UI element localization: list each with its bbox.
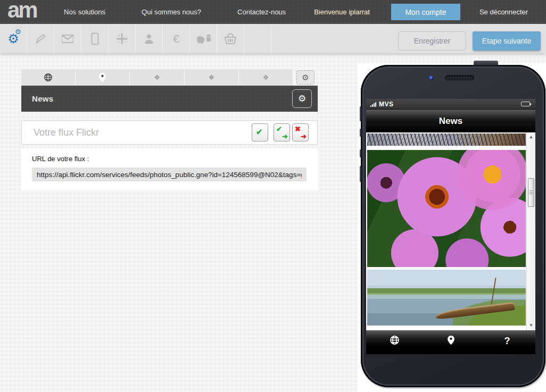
toolbar-spacer-cell	[244, 24, 271, 53]
news-feed: ▲ ▼	[366, 132, 535, 330]
feed-scrollbar[interactable]: ▲ ▼	[526, 132, 535, 330]
screen-header: News	[366, 110, 535, 132]
welcome-text: Bienvenue iplarrat	[314, 8, 370, 16]
phone-nav-globe[interactable]	[378, 335, 410, 347]
flux-title-bar: ✔ ✔ ➜ ✖ ➜	[21, 120, 318, 145]
url-label: URL de votre flux :	[32, 155, 307, 163]
widget-icon: ❖	[154, 73, 160, 81]
tabbar-settings-cell: ⚙	[293, 69, 318, 86]
screen-footer-strip	[366, 352, 535, 354]
phone-camera	[429, 76, 434, 80]
save-button[interactable]: Enregistrer	[398, 31, 466, 51]
brush-icon	[35, 33, 46, 45]
scroll-thumb[interactable]	[528, 178, 534, 207]
toolbar-item-store[interactable]	[217, 24, 244, 53]
feed-image-river-boat[interactable]	[367, 270, 526, 326]
tabbar-settings-button[interactable]: ⚙	[296, 70, 315, 85]
phone-side-button	[360, 106, 361, 121]
section-header: News ⚙	[21, 86, 318, 112]
phone-screen: MVS News ▲ ▼	[366, 99, 535, 354]
nav-item-contactez-nous[interactable]: Contactez-nous	[237, 8, 286, 16]
globe-icon	[390, 335, 400, 345]
scroll-up-button[interactable]: ▲	[527, 134, 535, 141]
x-icon: ✖	[295, 126, 301, 132]
location-pin-icon	[448, 336, 454, 345]
phone-side-button	[360, 129, 361, 137]
user-icon	[143, 33, 155, 45]
phone-nav-help[interactable]: ?	[491, 336, 523, 347]
carrier-label: MVS	[379, 101, 394, 108]
toolbar-item-platforms[interactable]	[190, 24, 217, 53]
arrow-icon: ➜	[282, 133, 288, 140]
module-tabbar: ❖ ❖ ❖ ⚙	[21, 69, 318, 86]
phone-speaker	[445, 75, 474, 81]
widget-icon: ❖	[208, 73, 214, 81]
url-section: URL de votre flux :	[21, 148, 318, 190]
phone-nav-location[interactable]	[435, 336, 467, 347]
feed-image-purple-asters[interactable]	[367, 150, 526, 267]
toolbar-item-structure[interactable]	[109, 24, 136, 53]
toolbar-item-settings[interactable]: ⚙ ⚙	[0, 24, 27, 53]
nav-item-qui-sommes-nous[interactable]: Qui sommes nous?	[142, 8, 201, 16]
nav-item-nos-solutions[interactable]: Nos solutions	[64, 8, 105, 16]
tab-globe[interactable]	[21, 69, 75, 86]
top-navbar: am Nos solutions Qui sommes nous? Contac…	[0, 0, 546, 24]
toolbar-item-design[interactable]	[27, 24, 54, 53]
toolbar-item-pricing[interactable]: €	[163, 24, 190, 53]
account-button[interactable]: Mon compte	[391, 4, 460, 20]
basket-icon	[224, 33, 237, 45]
feed-image-winter-trees[interactable]	[367, 134, 526, 146]
widget-icon: ❖	[263, 73, 269, 81]
help-icon: ?	[504, 336, 510, 346]
feed-url-input[interactable]	[32, 168, 307, 181]
tab-widget-2[interactable]: ❖	[185, 69, 238, 86]
phone-bottom-nav: ?	[366, 330, 535, 352]
tab-widget-1[interactable]: ❖	[130, 69, 184, 86]
cancel-and-next-button[interactable]: ✖ ➜	[292, 123, 309, 141]
signal-icon	[370, 102, 377, 107]
mobile-icon	[91, 32, 99, 45]
validate-and-next-button[interactable]: ✔ ➜	[274, 123, 290, 141]
next-step-button[interactable]: Etape suivante	[473, 31, 541, 51]
phone-side-button	[360, 149, 361, 157]
section-settings-button[interactable]: ⚙	[292, 89, 312, 108]
check-icon: ✔	[256, 128, 263, 136]
toolbar-item-mobile[interactable]	[81, 24, 109, 53]
euro-icon: €	[173, 33, 179, 44]
logo[interactable]: am	[7, 0, 46, 22]
tab-location-active[interactable]	[76, 69, 129, 86]
globe-icon	[44, 73, 53, 82]
phone-power-button	[474, 61, 498, 65]
sitemap-plus-icon	[115, 32, 128, 45]
toolbar-item-messages[interactable]	[54, 24, 81, 53]
small-gear-icon: ⚙	[15, 28, 21, 35]
screen-title: News	[439, 116, 462, 127]
toolbar-item-users[interactable]	[136, 24, 163, 53]
phone-preview-panel: MVS News ▲ ▼	[358, 62, 546, 392]
logout-link[interactable]: Se déconnecter	[479, 8, 528, 16]
flux-title-input[interactable]	[25, 127, 246, 138]
tab-widget-3[interactable]: ❖	[239, 69, 293, 86]
envelope-icon	[62, 35, 73, 43]
battery-icon	[521, 102, 531, 106]
validate-button[interactable]: ✔	[252, 123, 268, 141]
check-icon: ✔	[276, 126, 282, 132]
phone-side-button	[360, 166, 361, 182]
apple-android-icon	[195, 33, 211, 45]
scroll-down-button[interactable]: ▼	[527, 322, 535, 329]
section-title: News	[32, 94, 53, 103]
module-editor: ❖ ❖ ❖ ⚙ News ⚙ ✔ ✔ ➜ ✖ ➜ URL de votre fl…	[21, 69, 318, 190]
location-pin-icon	[99, 73, 106, 82]
arrow-icon: ➜	[301, 133, 307, 140]
phone-mockup: MVS News ▲ ▼	[361, 65, 545, 387]
phone-statusbar: MVS	[366, 99, 535, 110]
